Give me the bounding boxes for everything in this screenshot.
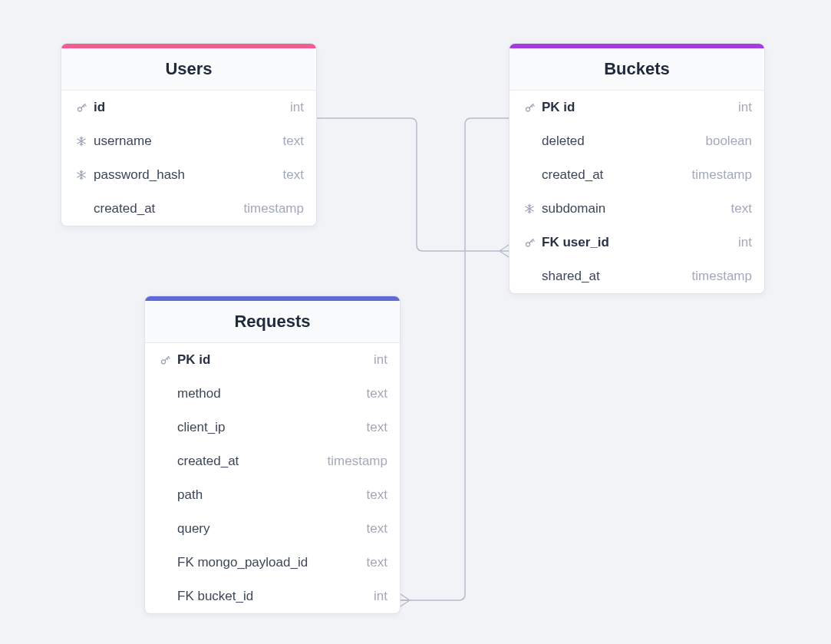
column-row[interactable]: FK mongo_payload_idtext bbox=[145, 546, 400, 580]
column-name: path bbox=[173, 487, 367, 503]
key-icon bbox=[157, 355, 173, 366]
column-name: password_hash bbox=[89, 167, 283, 183]
column-type: timestamp bbox=[692, 167, 752, 183]
snowflake-icon bbox=[522, 203, 537, 214]
column-name: FK mongo_payload_id bbox=[173, 555, 367, 570]
column-type: text bbox=[367, 420, 387, 435]
column-name: created_at bbox=[537, 167, 692, 183]
table-title: Users bbox=[61, 48, 316, 91]
column-type: text bbox=[283, 167, 304, 183]
key-icon bbox=[74, 102, 89, 114]
column-row[interactable]: PK idint bbox=[145, 343, 400, 377]
column-type: text bbox=[367, 521, 387, 537]
column-row[interactable]: pathtext bbox=[145, 478, 400, 512]
table-requests[interactable]: Requests PK idintmethodtextclient_iptext… bbox=[144, 296, 401, 614]
column-name: client_ip bbox=[173, 420, 367, 435]
column-name: FK bucket_id bbox=[173, 589, 374, 604]
column-row[interactable]: querytext bbox=[145, 512, 400, 546]
column-row[interactable]: created_attimestamp bbox=[509, 158, 764, 192]
column-name: deleted bbox=[537, 134, 705, 149]
column-name: method bbox=[173, 386, 367, 401]
column-row[interactable]: created_attimestamp bbox=[61, 192, 316, 226]
column-name: shared_at bbox=[537, 269, 692, 284]
table-title: Requests bbox=[145, 301, 400, 343]
column-type: text bbox=[283, 134, 304, 149]
key-icon bbox=[522, 237, 537, 249]
column-name: query bbox=[173, 521, 367, 537]
column-row[interactable]: deletedboolean bbox=[509, 124, 764, 158]
column-type: int bbox=[290, 100, 304, 115]
column-type: int bbox=[374, 589, 387, 604]
column-type: timestamp bbox=[692, 269, 752, 284]
column-row[interactable]: idint bbox=[61, 91, 316, 124]
column-type: text bbox=[367, 555, 387, 570]
snowflake-icon bbox=[74, 170, 89, 180]
column-list: PK idintmethodtextclient_iptextcreated_a… bbox=[145, 343, 400, 613]
snowflake-icon bbox=[74, 136, 89, 147]
column-name: created_at bbox=[89, 201, 244, 216]
column-type: text bbox=[731, 201, 752, 216]
column-row[interactable]: password_hashtext bbox=[61, 158, 316, 192]
column-row[interactable]: PK idint bbox=[509, 91, 764, 124]
column-type: text bbox=[367, 487, 387, 503]
column-type: timestamp bbox=[244, 201, 304, 216]
column-type: int bbox=[374, 352, 387, 368]
column-row[interactable]: subdomaintext bbox=[509, 192, 764, 226]
table-users[interactable]: Users idintusernametextpassword_hashtext… bbox=[61, 43, 317, 226]
column-row[interactable]: shared_attimestamp bbox=[509, 259, 764, 293]
column-name: id bbox=[89, 100, 290, 115]
erd-canvas[interactable]: Users idintusernametextpassword_hashtext… bbox=[0, 0, 831, 644]
column-name: username bbox=[89, 134, 283, 149]
table-buckets[interactable]: Buckets PK idintdeletedbooleancreated_at… bbox=[509, 43, 765, 294]
column-row[interactable]: methodtext bbox=[145, 377, 400, 411]
key-icon bbox=[522, 102, 537, 114]
column-list: PK idintdeletedbooleancreated_attimestam… bbox=[509, 91, 764, 293]
column-row[interactable]: usernametext bbox=[61, 124, 316, 158]
column-type: int bbox=[738, 235, 752, 250]
column-name: PK id bbox=[173, 352, 374, 368]
column-type: boolean bbox=[705, 134, 752, 149]
column-type: timestamp bbox=[328, 454, 387, 469]
column-name: subdomain bbox=[537, 201, 731, 216]
column-name: created_at bbox=[173, 454, 328, 469]
column-row[interactable]: created_attimestamp bbox=[145, 444, 400, 478]
column-row[interactable]: client_iptext bbox=[145, 411, 400, 444]
column-name: PK id bbox=[537, 100, 738, 115]
column-type: text bbox=[367, 386, 387, 401]
table-title: Buckets bbox=[509, 48, 764, 91]
column-row[interactable]: FK user_idint bbox=[509, 226, 764, 259]
column-type: int bbox=[738, 100, 752, 115]
column-row[interactable]: FK bucket_idint bbox=[145, 580, 400, 613]
column-name: FK user_id bbox=[537, 235, 738, 250]
column-list: idintusernametextpassword_hashtextcreate… bbox=[61, 91, 316, 226]
